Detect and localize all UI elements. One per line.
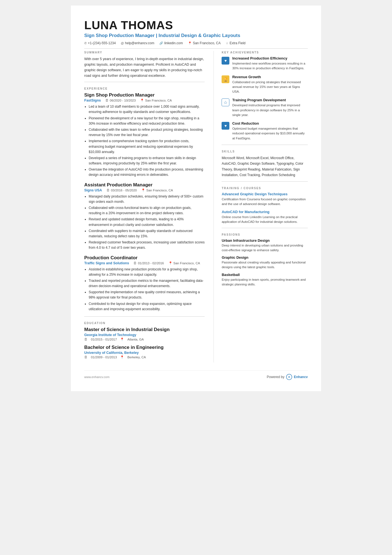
bullet-2-2: Collaborated with cross-functional teams… bbox=[89, 205, 205, 216]
achievement-desc-4: Optimized budget management strategies t… bbox=[232, 126, 308, 141]
location-3: 📍 San Francisco, CA bbox=[168, 261, 200, 265]
edu-school-2: University of California, Berkeley bbox=[84, 351, 205, 355]
achievement-title-2: Revenue Growth bbox=[232, 75, 308, 79]
cal-edu-1: 🗓 bbox=[84, 338, 88, 341]
page-footer: www.enhancv.com Powered by Enhancv bbox=[84, 370, 308, 380]
skills-label: SKILLS bbox=[222, 150, 308, 153]
bullet-1-1: Led a team of 10 staff members to produc… bbox=[89, 104, 205, 115]
brand-name: Enhancv bbox=[294, 375, 308, 379]
passion-3: Basketball Enjoy participating in team s… bbox=[222, 273, 308, 287]
location-item: 📍 San Francisco, CA bbox=[188, 41, 221, 45]
location-2: 📍 San Francisco, CA bbox=[141, 188, 173, 192]
dates-3: 🗓 01/2013 - 02/2016 bbox=[133, 262, 164, 265]
bullet-1-2: Pioneered the development of a new layou… bbox=[89, 116, 205, 126]
company-2: Signs USA bbox=[84, 188, 102, 192]
main-content: SUMMARY With over 5 years of experience,… bbox=[84, 51, 308, 362]
edu-meta-1: 🗓 01/2015 - 01/2017 📍 Atlanta, GA bbox=[84, 337, 205, 341]
company-1: FastSigns bbox=[84, 98, 101, 102]
powered-by-text: Powered by bbox=[267, 375, 284, 379]
job-meta-2: Signs USA 🗓 03/2016 - 05/2020 📍 San Fran… bbox=[84, 188, 205, 192]
passions-label: PASSIONS bbox=[222, 233, 308, 236]
candidate-title: Sign Shop Production Manager | Industria… bbox=[84, 33, 308, 38]
phone-icon: ✆ bbox=[84, 41, 87, 45]
education-label: EDUCATION bbox=[84, 322, 205, 325]
dates-1: 🗓 06/2020 - 10/2023 bbox=[105, 99, 136, 102]
edu-block-1: Master of Science in Industrial Design G… bbox=[84, 327, 205, 341]
skills-text: Microsoft Word, Microsoft Excel, Microso… bbox=[222, 155, 308, 178]
achievement-desc-1: Implemented new workflow processes resul… bbox=[232, 61, 308, 71]
resume-page: LUNA THOMAS Sign Shop Production Manager… bbox=[71, 6, 321, 391]
dates-2: 🗓 03/2016 - 05/2020 bbox=[106, 189, 137, 192]
header-divider bbox=[84, 48, 308, 49]
summary-text: With over 5 years of experience, I bring… bbox=[84, 56, 205, 78]
achievement-desc-2: Collaborated on pricing strategies that … bbox=[232, 80, 308, 94]
bullets-1: Led a team of 10 staff members to produc… bbox=[84, 104, 205, 177]
left-column: SUMMARY With over 5 years of experience,… bbox=[84, 51, 205, 362]
achievement-content-1: Increased Production Efficiency Implemen… bbox=[232, 56, 308, 71]
passion-title-2: Graphic Design bbox=[222, 255, 308, 260]
achievements-label: KEY ACHIEVEMENTS bbox=[222, 51, 308, 54]
extra-text: Extra Field bbox=[230, 41, 245, 45]
job-meta-1: FastSigns 🗓 06/2020 - 10/2023 📍 San Fran… bbox=[84, 98, 205, 102]
achievement-content-3: Training Program Development Developed i… bbox=[232, 98, 308, 117]
header-section: LUNA THOMAS Sign Shop Production Manager… bbox=[84, 19, 308, 45]
phone-text: +1-(234)-555-1234 bbox=[88, 41, 116, 45]
job-block-3: Production Coordinator Traffic Signs and… bbox=[84, 255, 205, 312]
training-label: TRAINING / COURSES bbox=[222, 187, 308, 190]
achievement-title-4: Cost Reduction bbox=[232, 121, 308, 125]
enhancv-logo-icon bbox=[286, 374, 292, 380]
training-course-1: Advanced Graphic Design Techniques Certi… bbox=[222, 192, 308, 207]
achievement-3: ☆ Training Program Development Developed… bbox=[222, 98, 308, 117]
training-desc-1: Certification from Coursera focused on g… bbox=[222, 197, 308, 207]
training-course-2: AutoCAD for Manufacturing Online course … bbox=[222, 210, 308, 225]
email-icon: @ bbox=[121, 41, 124, 45]
achievement-2: 🏆 Revenue Growth Collaborated on pricing… bbox=[222, 75, 308, 94]
pin-icon-3: 📍 bbox=[168, 261, 172, 265]
email-item: @ help@enhancv.com bbox=[121, 41, 154, 45]
edu-degree-2: Bachelor of Science in Engineering bbox=[84, 345, 205, 350]
bullet-3-3: Supported the implementation of new qual… bbox=[89, 290, 205, 300]
location-text: San Francisco, CA bbox=[193, 41, 221, 45]
passion-1: Urban Infrastructure Design Deep interes… bbox=[222, 238, 308, 253]
enhancv-branding: Powered by Enhancv bbox=[267, 374, 308, 380]
achievement-icon-3: ☆ bbox=[222, 98, 229, 106]
job-title-3: Production Coordinator bbox=[84, 255, 205, 261]
passion-title-1: Urban Infrastructure Design bbox=[222, 238, 308, 243]
calendar-icon-3: 🗓 bbox=[133, 262, 137, 265]
achievement-title-3: Training Program Development bbox=[232, 98, 308, 102]
star-icon: ☆ bbox=[226, 41, 229, 45]
summary-divider bbox=[84, 82, 205, 82]
contact-line: ✆ +1-(234)-555-1234 @ help@enhancv.com 🔗… bbox=[84, 41, 308, 45]
bullet-2-3: Revised and updated outdated design form… bbox=[89, 217, 205, 227]
bullets-2: Managed daily production schedules, ensu… bbox=[84, 194, 205, 251]
achievement-1: ♥ Increased Production Efficiency Implem… bbox=[222, 56, 308, 71]
edu-divider bbox=[84, 316, 205, 317]
achievement-icon-1: ♥ bbox=[222, 57, 229, 65]
passion-desc-3: Enjoy participating in team sports, prom… bbox=[222, 277, 308, 287]
bullet-2-1: Managed daily production schedules, ensu… bbox=[89, 194, 205, 204]
job-block-1: Sign Shop Production Manager FastSigns 🗓… bbox=[84, 92, 205, 177]
calendar-icon-1: 🗓 bbox=[105, 99, 109, 102]
footer-website: www.enhancv.com bbox=[84, 375, 110, 379]
training-title-2: AutoCAD for Manufacturing bbox=[222, 210, 308, 214]
training-title-1: Advanced Graphic Design Techniques bbox=[222, 192, 308, 196]
achievement-icon-4: ♥ bbox=[222, 122, 229, 130]
achievement-content-4: Cost Reduction Optimized budget manageme… bbox=[232, 121, 308, 141]
phone-item: ✆ +1-(234)-555-1234 bbox=[84, 41, 116, 45]
extra-item: ☆ Extra Field bbox=[226, 41, 245, 45]
pin-icon-2: 📍 bbox=[141, 188, 145, 192]
bullet-3-1: Assisted in establishing new production … bbox=[89, 267, 205, 277]
pin-icon-1: 📍 bbox=[140, 98, 144, 102]
linkedin-item: 🔗 linkedin.com bbox=[159, 41, 183, 45]
bullet-1-3: Collaborated with the sales team to refi… bbox=[89, 127, 205, 138]
training-desc-2: Online course from LinkedIn Learning on … bbox=[222, 215, 308, 225]
bullets-3: Assisted in establishing new production … bbox=[84, 267, 205, 312]
achievement-content-2: Revenue Growth Collaborated on pricing s… bbox=[232, 75, 308, 94]
achievement-title-1: Increased Production Efficiency bbox=[232, 56, 308, 60]
edu-meta-2: 🗓 01/2009 - 01/2013 📍 Berkeley, CA bbox=[84, 355, 205, 359]
passion-desc-2: Passionate about creating visually appea… bbox=[222, 260, 308, 270]
passion-desc-1: Deep interest in developing urban soluti… bbox=[222, 243, 308, 253]
edu-block-2: Bachelor of Science in Engineering Unive… bbox=[84, 345, 205, 359]
bullet-2-4: Coordinated with suppliers to maintain q… bbox=[89, 228, 205, 239]
email-text: help@enhancv.com bbox=[125, 41, 154, 45]
